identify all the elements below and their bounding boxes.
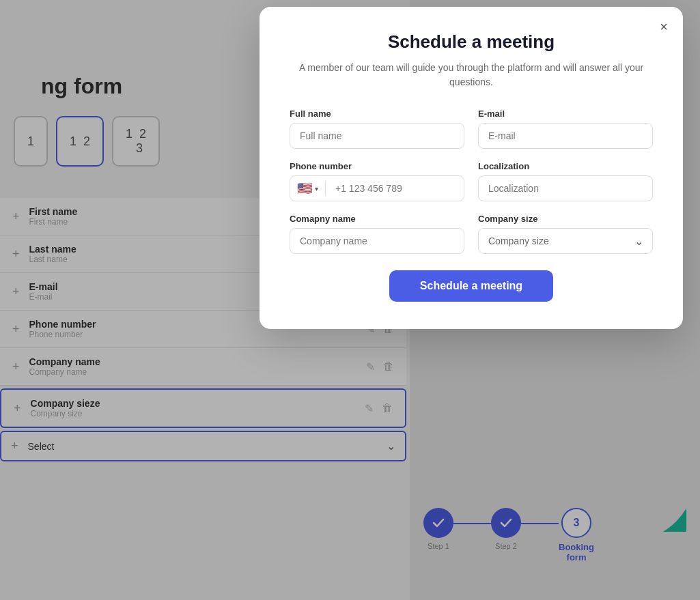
company-size-select[interactable]: Company size 1-10 11-50 51-200 201-500 5… [478, 228, 653, 254]
company-name-input[interactable] [290, 228, 464, 254]
company-size-label-modal: Company size [478, 214, 653, 224]
phone-label-modal: Phone number [290, 161, 464, 171]
email-input[interactable] [478, 123, 653, 149]
email-label-modal: E-mail [478, 109, 653, 119]
full-name-input[interactable] [290, 123, 464, 149]
modal-title: Schedule a meeting [290, 31, 653, 53]
modal-form-grid: Full name E-mail Phone number 🇺🇸 ▾ Local… [290, 109, 653, 254]
localization-group: Localization [478, 161, 653, 201]
company-name-label-modal: Comapny name [290, 214, 464, 224]
email-group: E-mail [478, 109, 653, 149]
flag-emoji: 🇺🇸 [297, 181, 312, 196]
phone-number-input[interactable] [326, 176, 464, 201]
phone-group: Phone number 🇺🇸 ▾ [290, 161, 464, 201]
schedule-meeting-modal: × Schedule a meeting A member of our tea… [260, 7, 683, 329]
company-size-group-modal: Company size Company size 1-10 11-50 51-… [478, 214, 653, 254]
modal-subtitle: A member of our team will guide you thro… [290, 61, 653, 89]
phone-input-wrapper: 🇺🇸 ▾ [290, 175, 464, 201]
full-name-label: Full name [290, 109, 464, 119]
company-name-group-modal: Comapny name [290, 214, 464, 254]
flag-caret-icon: ▾ [315, 185, 318, 192]
localization-label: Localization [478, 161, 653, 171]
phone-flag-selector[interactable]: 🇺🇸 ▾ [290, 181, 326, 196]
schedule-meeting-button[interactable]: Schedule a meeting [389, 270, 553, 302]
company-size-select-wrapper: Company size 1-10 11-50 51-200 201-500 5… [478, 228, 653, 254]
localization-input[interactable] [478, 175, 653, 201]
modal-close-button[interactable]: × [660, 19, 668, 35]
full-name-group: Full name [290, 109, 464, 149]
